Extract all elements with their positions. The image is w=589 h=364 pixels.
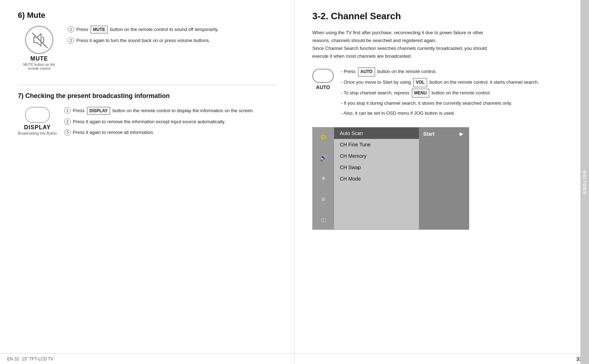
arrow-right-icon: ►	[458, 130, 465, 138]
mute-step1: 1 Press MUTE button on the remote contro…	[68, 26, 276, 33]
menu-body: ⚙ 🔊 ☀ ⊞ ◫ Auto	[313, 128, 469, 229]
intro-line3: Since Channel Search function searches c…	[312, 45, 571, 52]
section7-heading: 7) Checking the present broadcasting inf…	[18, 92, 276, 100]
intro-line4: execute it when most channels are broadc…	[312, 52, 571, 60]
menu-empty-space	[334, 184, 419, 199]
display-label: DISPLAY	[24, 124, 51, 131]
mute-icon-area: MUTE MUTE button on the remote control	[18, 26, 61, 71]
menu-item-autoscan[interactable]: Auto Scan	[334, 128, 419, 139]
left-panel: 6) Mute MUTE MUTE button on the	[0, 0, 294, 364]
menu-screenshot: ⚙ 🔊 ☀ ⊞ ◫ Auto	[312, 127, 469, 230]
menu-item-chmode[interactable]: CH Mode	[334, 173, 419, 184]
display-icon-area: DISPLAY Broadcasting Info Button	[18, 107, 57, 135]
menu-item-chmemory[interactable]: CH Memory	[334, 150, 419, 162]
mute-step2-text: Press it again to turn the sound back on…	[76, 37, 210, 44]
bullet-list: - Press AUTO button on the remote contro…	[341, 67, 539, 119]
bullet3: - To stop channel search, repress MENU b…	[341, 89, 539, 98]
menu-icon-settings: ⚙	[317, 131, 329, 143]
bottom-bar-right: 33	[294, 353, 589, 364]
menu-right-empty	[419, 141, 469, 198]
menu-icon-extra: ⊞	[317, 193, 329, 205]
auto-icon-container: AUTO	[312, 67, 334, 90]
bullet5: - Also, it can be set in OSD menu if JOG…	[341, 109, 539, 117]
display-step1-text: Press DISPLAY button on the remote contr…	[73, 107, 254, 115]
model-label: 15" TFT-LCD TV	[22, 357, 53, 362]
mute-text-area: 1 Press MUTE button on the remote contro…	[68, 26, 276, 48]
display-step3-text: Press it again to remove all information…	[73, 129, 154, 136]
step-num-1: 1	[68, 26, 74, 32]
divider	[18, 85, 276, 85]
channel-intro: When using the TV first after purchase, …	[312, 29, 571, 60]
menu-item-chfinetune[interactable]: CH Fine Tune	[334, 139, 419, 150]
page-container: 6) Mute MUTE MUTE button on the	[0, 0, 589, 364]
d-step-num-3: 3	[64, 129, 71, 136]
extra2-icon: ◫	[321, 217, 326, 223]
display-sublabel: Broadcasting Info Button	[18, 131, 57, 135]
auto-label: AUTO	[316, 84, 330, 90]
mute-label: MUTE	[30, 56, 48, 62]
mute-step2: 2 Press it again to turn the sound back …	[68, 37, 276, 44]
menu-icon-sound: 🔊	[317, 152, 329, 164]
menu-content-col: Auto Scan CH Fine Tune CH Memory CH Swap…	[334, 128, 419, 229]
bottom-bar-left: EN 32 15" TFT-LCD TV	[0, 353, 294, 364]
display-icon	[25, 107, 50, 123]
bullet1: - Press AUTO button on the remote contro…	[341, 67, 539, 77]
bottom-left: EN 32 15" TFT-LCD TV	[7, 357, 53, 362]
display-section: DISPLAY Broadcasting Info Button 1 Press…	[18, 107, 276, 139]
checking-section: 7) Checking the present broadcasting inf…	[18, 92, 276, 139]
english-label: ENGLISH	[582, 170, 587, 194]
intro-line2: reasons, channels should be searched and…	[312, 37, 571, 45]
mute-badge: MUTE	[91, 26, 108, 33]
auto-icon	[312, 69, 334, 83]
step-num-2: 2	[68, 37, 74, 44]
menu-start-label: Start	[423, 131, 435, 137]
menu-icon-display: ☀	[317, 172, 329, 184]
display-step2-text: Press it again to remove the information…	[73, 118, 225, 125]
menu-right-col: Start ►	[419, 128, 469, 229]
display-badge: DISPLAY	[87, 107, 110, 115]
display-step1: 1 Press DISPLAY button on the remote con…	[64, 107, 276, 115]
menu-start-row[interactable]: Start ►	[419, 128, 469, 141]
right-panel: 3-2. Channel Search When using the TV fi…	[294, 0, 589, 364]
d-step-num-2: 2	[64, 119, 71, 125]
menu-icons-col: ⚙ 🔊 ☀ ⊞ ◫	[313, 128, 334, 229]
speaker-icon: 🔊	[319, 154, 327, 162]
display-step2: 2 Press it again to remove the informati…	[64, 118, 276, 125]
menu-item-chswap[interactable]: CH Swap	[334, 162, 419, 173]
channel-heading: 3-2. Channel Search	[312, 11, 571, 22]
menu-badge: MENU	[412, 89, 429, 98]
english-bar: ENGLISH	[580, 0, 589, 364]
extra-icon: ⊞	[321, 196, 326, 202]
auto-icon-area: AUTO - Press AUTO button on the remote c…	[312, 67, 571, 119]
gear-icon: ⚙	[320, 133, 327, 141]
page-num-left: EN 32	[7, 357, 19, 362]
d-step-num-1: 1	[64, 107, 71, 114]
section6-heading: 6) Mute	[18, 11, 276, 20]
intro-line1: When using the TV first after purchase, …	[312, 29, 571, 37]
bullet2: - Once you move to Start by using VOL bu…	[341, 78, 539, 87]
display-text-area: 1 Press DISPLAY button on the remote con…	[64, 107, 276, 139]
mute-icon	[25, 26, 53, 54]
sun-icon: ☀	[321, 175, 326, 182]
bullet4: - If you stop it during channel search, …	[341, 99, 539, 107]
mute-sublabel: MUTE button on the remote control	[18, 63, 61, 71]
mute-step1-text: Press MUTE button on the remote control …	[76, 26, 219, 33]
auto-badge: AUTO	[358, 67, 375, 77]
vol-badge: VOL	[413, 78, 427, 87]
menu-icon-extra2: ◫	[317, 214, 329, 226]
mute-section: MUTE MUTE button on the remote control 1…	[18, 26, 276, 71]
display-step3: 3 Press it again to remove all informati…	[64, 129, 276, 136]
